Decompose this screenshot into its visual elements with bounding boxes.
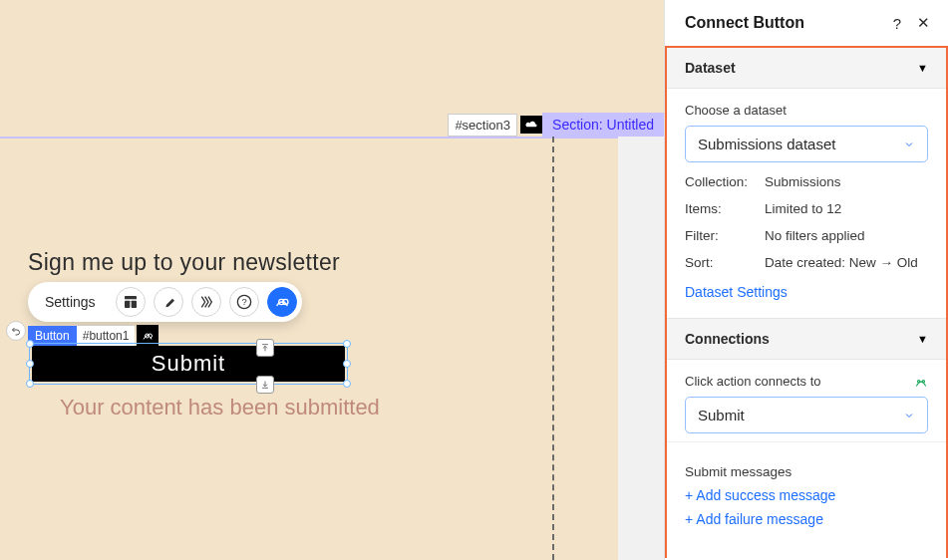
chevron-down-icon: ▼ bbox=[917, 333, 928, 345]
connections-section-body: Click action connects to Submit Submit m… bbox=[667, 360, 946, 533]
collection-key: Collection: bbox=[685, 174, 765, 189]
sort-key: Sort: bbox=[685, 255, 765, 270]
dataset-dropdown-value: Submissions dataset bbox=[698, 136, 835, 152]
dataset-section-body: Choose a dataset Submissions dataset Col… bbox=[667, 89, 946, 318]
dataset-section-title: Dataset bbox=[685, 60, 736, 76]
sort-value: Date created: New → Old bbox=[765, 255, 928, 270]
section-id-badge: #section3 bbox=[448, 114, 517, 137]
svg-rect-2 bbox=[131, 301, 136, 308]
cloud-icon bbox=[520, 116, 542, 134]
newsletter-heading: Sign me up to your newsletter bbox=[28, 249, 340, 276]
selection-outline bbox=[29, 343, 348, 385]
connections-section-title: Connections bbox=[685, 331, 770, 347]
items-key: Items: bbox=[685, 201, 765, 216]
svg-point-5 bbox=[918, 381, 920, 383]
svg-rect-1 bbox=[125, 301, 130, 308]
resize-handle[interactable] bbox=[343, 360, 351, 368]
dataset-section-header[interactable]: Dataset ▼ bbox=[667, 48, 946, 89]
resize-handle[interactable] bbox=[343, 380, 351, 388]
chevron-down-icon bbox=[903, 410, 915, 421]
add-failure-message-link[interactable]: + Add failure message bbox=[685, 511, 928, 527]
filter-value: No filters applied bbox=[765, 228, 928, 243]
design-brush-icon[interactable] bbox=[154, 287, 183, 317]
section-top-border bbox=[0, 137, 552, 139]
svg-text:?: ? bbox=[241, 297, 246, 307]
click-action-label: Click action connects to bbox=[685, 374, 928, 389]
editor-canvas: #section3 Section: Untitled Sign me up t… bbox=[0, 0, 664, 560]
settings-button[interactable]: Settings bbox=[33, 289, 108, 315]
collection-value: Submissions bbox=[765, 174, 928, 189]
connected-icon bbox=[914, 376, 928, 393]
chevron-down-icon bbox=[903, 139, 915, 150]
chevron-down-icon: ▼ bbox=[917, 62, 928, 74]
resize-handle[interactable] bbox=[26, 360, 34, 368]
choose-dataset-label: Choose a dataset bbox=[685, 103, 928, 118]
resize-handle[interactable] bbox=[26, 340, 34, 348]
click-action-value: Submit bbox=[698, 407, 745, 423]
element-toolbar: Settings ? bbox=[28, 282, 302, 322]
svg-point-6 bbox=[922, 381, 924, 383]
layout-icon[interactable] bbox=[116, 287, 146, 317]
filter-key: Filter: bbox=[685, 228, 765, 243]
separator bbox=[667, 441, 946, 442]
connections-section-header[interactable]: Connections ▼ bbox=[667, 318, 946, 360]
panel-header: Connect Button ? ✕ bbox=[665, 0, 948, 46]
panel-title: Connect Button bbox=[685, 14, 804, 32]
close-button[interactable]: ✕ bbox=[917, 14, 930, 32]
dataset-dropdown[interactable]: Submissions dataset bbox=[685, 126, 928, 162]
panel-body: Dataset ▼ Choose a dataset Submissions d… bbox=[665, 46, 948, 558]
svg-rect-0 bbox=[125, 296, 137, 299]
anchor-bottom-icon[interactable] bbox=[256, 376, 274, 394]
resize-handle[interactable] bbox=[26, 380, 34, 388]
anchor-top-icon[interactable] bbox=[256, 339, 274, 357]
help-button[interactable]: ? bbox=[893, 15, 901, 32]
section-label-group: #section3 Section: Untitled bbox=[448, 113, 664, 137]
submitted-message-text: Your content has been submitted bbox=[60, 393, 380, 422]
dataset-settings-link[interactable]: Dataset Settings bbox=[685, 284, 788, 300]
section-name-badge[interactable]: Section: Untitled bbox=[542, 113, 664, 137]
resize-handle[interactable] bbox=[343, 340, 351, 348]
help-icon[interactable]: ? bbox=[229, 287, 259, 317]
submit-messages-label: Submit messages bbox=[685, 464, 928, 479]
undo-icon[interactable] bbox=[6, 321, 26, 341]
canvas-divider-dashed bbox=[552, 137, 554, 560]
animation-icon[interactable] bbox=[191, 287, 221, 317]
add-success-message-link[interactable]: + Add success message bbox=[685, 487, 928, 503]
items-value: Limited to 12 bbox=[765, 201, 928, 216]
connect-panel: Connect Button ? ✕ Dataset ▼ Choose a da… bbox=[664, 0, 948, 560]
connect-data-icon[interactable] bbox=[267, 287, 297, 317]
click-action-dropdown[interactable]: Submit bbox=[685, 397, 928, 433]
